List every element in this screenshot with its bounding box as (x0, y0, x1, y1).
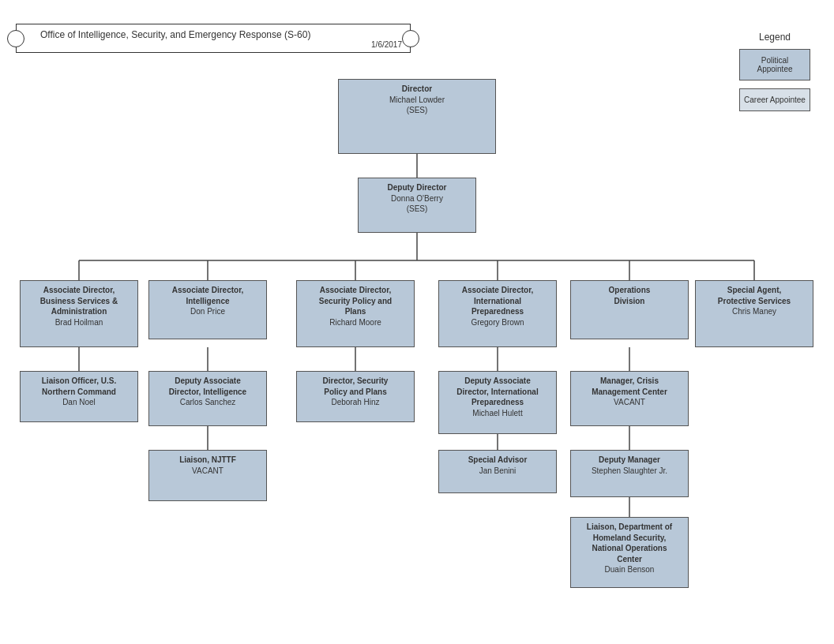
assoc2-l4-box: Liaison, NJTTF VACANT (148, 450, 267, 501)
assoc2-l4-title: Liaison, NJTTF (152, 455, 263, 466)
assoc4-title: Associate Director,InternationalPrepared… (442, 285, 553, 317)
assoc4-l4-box: Special Advisor Jan Benini (438, 450, 557, 493)
assoc3-name: Richard Moore (300, 317, 411, 328)
legend-title: Legend (739, 32, 810, 43)
deputy-director-name: Donna O'Berry (362, 193, 472, 204)
deputy-director-grade: (SES) (362, 204, 472, 215)
connector-lines (0, 71, 834, 644)
assoc1-l3-name: Dan Noel (24, 397, 134, 408)
assoc4-l3-box: Deputy AssociateDirector, InternationalP… (438, 371, 557, 434)
assoc4-l3-title: Deputy AssociateDirector, InternationalP… (442, 376, 553, 408)
assoc2-l3-name: Carlos Sanchez (152, 397, 263, 408)
assoc5-title: OperationsDivision (574, 285, 685, 306)
header-date: 1/6/2017 (40, 40, 402, 49)
assoc5-l5-box: Liaison, Department ofHomeland Security,… (570, 517, 689, 588)
director-grade: (SES) (342, 105, 492, 116)
header-circle-left (7, 30, 24, 47)
assoc6-box: Special Agent,Protective Services Chris … (695, 280, 813, 347)
legend-career: Career Appointee (739, 88, 810, 111)
assoc4-l4-title: Special Advisor (442, 455, 553, 466)
assoc5-l4-box: Deputy Manager Stephen Slaughter Jr. (570, 450, 689, 497)
assoc2-name: Don Price (152, 306, 263, 317)
assoc3-box: Associate Director,Security Policy andPl… (296, 280, 415, 347)
assoc2-title: Associate Director,Intelligence (152, 285, 263, 306)
deputy-director-title: Deputy Director (362, 182, 472, 193)
assoc3-l3-title: Director, SecurityPolicy and Plans (300, 376, 411, 397)
legend-political: Political Appointee (739, 49, 810, 80)
assoc2-l4-name: VACANT (152, 466, 263, 477)
assoc5-l3-box: Manager, CrisisManagement Center VACANT (570, 371, 689, 426)
director-name: Michael Lowder (342, 95, 492, 106)
assoc2-l3-title: Deputy AssociateDirector, Intelligence (152, 376, 263, 397)
page: Office of Intelligence, Security, and Em… (0, 0, 834, 644)
director-title: Director (342, 84, 492, 95)
assoc2-box: Associate Director,Intelligence Don Pric… (148, 280, 267, 339)
assoc4-box: Associate Director,InternationalPrepared… (438, 280, 557, 347)
assoc4-l4-name: Jan Benini (442, 466, 553, 477)
assoc3-title: Associate Director,Security Policy andPl… (300, 285, 411, 317)
assoc4-name: Gregory Brown (442, 317, 553, 328)
assoc3-l3-name: Deborah Hinz (300, 397, 411, 408)
deputy-director-box: Deputy Director Donna O'Berry (SES) (358, 178, 476, 233)
legend: Legend Political Appointee Career Appoin… (739, 32, 810, 119)
assoc5-l3-name: VACANT (574, 397, 685, 408)
assoc5-l4-title: Deputy Manager (574, 455, 685, 466)
assoc5-l5-title: Liaison, Department ofHomeland Security,… (574, 522, 685, 564)
assoc5-l5-name: Duain Benson (574, 564, 685, 575)
assoc5-box: OperationsDivision (570, 280, 689, 339)
assoc1-name: Brad Hoilman (24, 317, 134, 328)
assoc3-l3-box: Director, SecurityPolicy and Plans Debor… (296, 371, 415, 422)
assoc1-box: Associate Director,Business Services &Ad… (20, 280, 138, 347)
header-title: Office of Intelligence, Security, and Em… (40, 29, 402, 40)
assoc6-title: Special Agent,Protective Services (699, 285, 810, 306)
assoc5-l4-name: Stephen Slaughter Jr. (574, 466, 685, 477)
assoc5-l3-title: Manager, CrisisManagement Center (574, 376, 685, 397)
director-box: Director Michael Lowder (SES) (338, 79, 496, 154)
header-box: Office of Intelligence, Security, and Em… (16, 24, 411, 53)
header-circle-right (402, 30, 419, 47)
assoc6-name: Chris Maney (699, 306, 810, 317)
assoc1-l3-box: Liaison Officer, U.S.Northern Command Da… (20, 371, 138, 422)
assoc1-title: Associate Director,Business Services &Ad… (24, 285, 134, 317)
assoc2-l3-box: Deputy AssociateDirector, Intelligence C… (148, 371, 267, 426)
assoc1-l3-title: Liaison Officer, U.S.Northern Command (24, 376, 134, 397)
assoc4-l3-name: Michael Hulett (442, 408, 553, 419)
